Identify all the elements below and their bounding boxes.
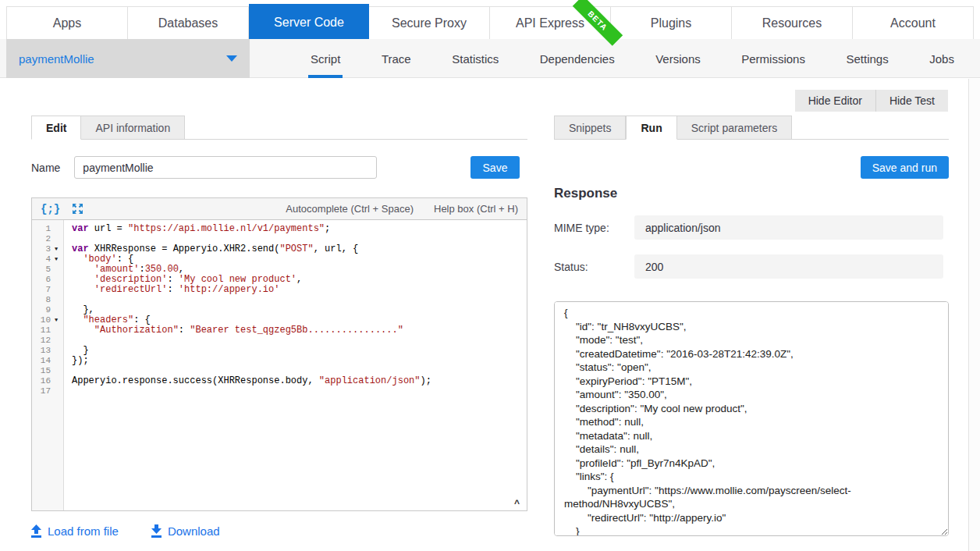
gutter-line: 10▼ bbox=[32, 315, 63, 325]
selected-script-name: paymentMollie bbox=[19, 52, 94, 66]
line-number: 17 bbox=[32, 386, 51, 396]
load-from-file-label: Load from file bbox=[48, 524, 119, 538]
tab-run[interactable]: Run bbox=[626, 116, 676, 140]
download-link[interactable]: Download bbox=[151, 524, 220, 538]
nav-tab-plugins[interactable]: Plugins bbox=[611, 6, 732, 39]
code-line: } bbox=[72, 346, 527, 356]
line-number: 2 bbox=[32, 234, 51, 244]
fold-toggle-icon[interactable]: ▼ bbox=[51, 315, 62, 325]
scrollbar-up-icon[interactable]: ^ bbox=[514, 498, 520, 509]
gutter-line: 16 bbox=[32, 376, 63, 386]
upload-icon bbox=[31, 524, 41, 538]
status-label: Status: bbox=[554, 261, 634, 273]
autocomplete-hint[interactable]: Autocomplete (Ctrl + Space) bbox=[286, 203, 414, 215]
line-number: 7 bbox=[32, 285, 51, 295]
code-editor-toolbar: {;} Autocomplete (Ctrl + Space) Help box… bbox=[32, 198, 527, 220]
gutter-line: 8 bbox=[32, 295, 63, 305]
subnav-tab-statistics[interactable]: Statistics bbox=[449, 39, 501, 78]
code-line: var url = "https://api.mollie.nl/v1/paym… bbox=[72, 224, 527, 234]
helpbox-hint[interactable]: Help box (Ctrl + H) bbox=[434, 203, 518, 215]
chevron-down-icon bbox=[226, 55, 237, 62]
gutter-line: 13 bbox=[32, 346, 63, 356]
line-number: 8 bbox=[32, 295, 51, 305]
subnav-tab-script[interactable]: Script bbox=[308, 39, 343, 78]
editor-shortcut-hints: Autocomplete (Ctrl + Space) Help box (Ct… bbox=[286, 203, 518, 215]
line-number: 9 bbox=[32, 305, 51, 315]
line-number: 14 bbox=[32, 356, 51, 366]
tab-script-parameters[interactable]: Script parameters bbox=[677, 116, 792, 139]
subnav-tab-dependencies[interactable]: Dependencies bbox=[538, 39, 617, 78]
status-row: Status: 200 bbox=[554, 254, 949, 279]
subnav-tab-trace[interactable]: Trace bbox=[379, 39, 414, 78]
nav-tab-databases[interactable]: Databases bbox=[128, 6, 249, 39]
line-number: 4 bbox=[32, 254, 51, 265]
tab-api-information[interactable]: API information bbox=[81, 116, 185, 139]
nav-tab-label: Account bbox=[890, 16, 936, 30]
gutter-line: 5 bbox=[32, 265, 63, 275]
tab-snippets[interactable]: Snippets bbox=[554, 116, 626, 139]
format-code-icon[interactable]: {;} bbox=[41, 203, 60, 215]
download-icon bbox=[151, 524, 162, 538]
nav-tab-api-express[interactable]: API ExpressBETA bbox=[490, 6, 611, 39]
load-from-file-link[interactable]: Load from file bbox=[31, 524, 119, 538]
code-line: }); bbox=[72, 356, 527, 366]
nav-tab-label: Databases bbox=[158, 16, 218, 30]
code-area[interactable]: 123▼4▼5678910▼11121314151617 var url = "… bbox=[32, 220, 527, 510]
nav-tab-label: Secure Proxy bbox=[392, 16, 467, 30]
gutter-line: 6 bbox=[32, 275, 63, 285]
name-label: Name bbox=[31, 162, 60, 174]
hide-editor-button[interactable]: Hide Editor bbox=[795, 90, 875, 112]
line-number: 6 bbox=[32, 275, 51, 285]
gutter-line: 7 bbox=[32, 285, 63, 295]
nav-tab-label: Resources bbox=[762, 16, 822, 30]
tab-edit[interactable]: Edit bbox=[31, 116, 81, 140]
nav-tab-account[interactable]: Account bbox=[853, 6, 974, 39]
code-line: "Authorization": "Bearer test_qgzeg5Bb..… bbox=[72, 325, 527, 336]
fold-toggle-icon[interactable]: ▼ bbox=[51, 244, 62, 254]
subnav-tab-jobs[interactable]: Jobs bbox=[927, 39, 957, 78]
script-name-input[interactable] bbox=[74, 156, 377, 179]
fold-toggle-icon[interactable]: ▼ bbox=[51, 254, 62, 265]
save-and-run-button[interactable]: Save and run bbox=[861, 156, 949, 179]
gutter-line: 12 bbox=[32, 336, 63, 346]
test-panel-tabs: Snippets Run Script parameters bbox=[554, 116, 949, 140]
fullscreen-icon[interactable] bbox=[73, 204, 83, 214]
nav-tab-server-code[interactable]: Server Code bbox=[249, 4, 369, 39]
editor-panel: Edit API information Name Save {;} Au bbox=[31, 116, 527, 538]
nav-tab-label: Apps bbox=[53, 16, 81, 30]
hide-test-button[interactable]: Hide Test bbox=[875, 90, 948, 112]
gutter-line: 9 bbox=[32, 305, 63, 315]
gutter-line: 3▼ bbox=[32, 244, 63, 254]
subnav-tab-permissions[interactable]: Permissions bbox=[739, 39, 808, 78]
code-line: 'redirectUrl': 'http://appery.io' bbox=[72, 285, 527, 295]
sub-nav-tabs: ScriptTraceStatisticsDependenciesVersion… bbox=[308, 39, 957, 78]
nav-tab-apps[interactable]: Apps bbox=[6, 6, 128, 39]
code-line bbox=[72, 295, 527, 305]
code-line bbox=[72, 386, 527, 396]
nav-tab-label: API Express bbox=[516, 16, 584, 30]
subnav-tab-versions[interactable]: Versions bbox=[653, 39, 703, 78]
response-body-textarea[interactable]: { "id": "tr_NH8vxyUCBS", "mode": "test",… bbox=[554, 301, 949, 536]
line-number: 3 bbox=[32, 244, 51, 254]
script-name-row: Name Save bbox=[31, 156, 527, 179]
save-button[interactable]: Save bbox=[470, 156, 520, 179]
page-scrollbar-track[interactable] bbox=[968, 79, 980, 551]
line-number: 1 bbox=[32, 224, 51, 234]
nav-tab-resources[interactable]: Resources bbox=[732, 6, 853, 39]
subnav-tab-settings[interactable]: Settings bbox=[843, 39, 890, 78]
script-selector-dropdown[interactable]: paymentMollie bbox=[6, 39, 250, 78]
code-editor: {;} Autocomplete (Ctrl + Space) Help box… bbox=[31, 197, 527, 511]
status-value: 200 bbox=[634, 254, 943, 279]
nav-tab-secure-proxy[interactable]: Secure Proxy bbox=[369, 6, 490, 39]
line-number: 5 bbox=[32, 265, 51, 275]
line-number: 16 bbox=[32, 376, 51, 386]
response-title: Response bbox=[554, 186, 949, 201]
view-toggle-group: Hide Editor Hide Test bbox=[795, 90, 948, 112]
sub-nav: paymentMollie ScriptTraceStatisticsDepen… bbox=[0, 39, 980, 78]
gutter-line: 1 bbox=[32, 224, 63, 234]
editor-panel-tabs: Edit API information bbox=[31, 116, 527, 140]
run-actions-row: Save and run bbox=[554, 156, 949, 179]
nav-tab-label: Server Code bbox=[274, 16, 344, 30]
gutter-line: 11 bbox=[32, 325, 63, 336]
editor-code-lines[interactable]: var url = "https://api.mollie.nl/v1/paym… bbox=[64, 220, 527, 510]
